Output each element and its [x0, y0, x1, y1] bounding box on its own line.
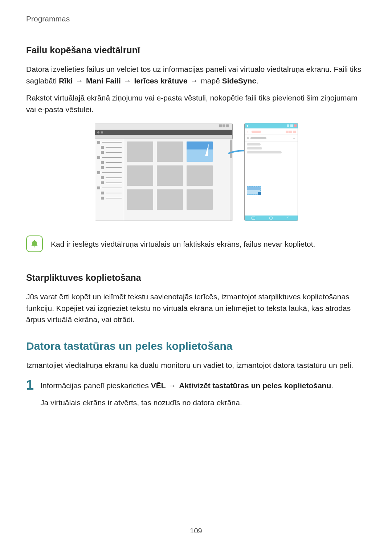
- thumbnail: [157, 189, 183, 210]
- attachment-thumbnail: [247, 186, 261, 195]
- paragraph: Rakstot virtuālajā ekrānā ziņojumu vai e…: [26, 92, 367, 115]
- text: Informācijas panelī pieskarieties: [40, 381, 151, 390]
- window-titlebar: [95, 123, 232, 130]
- thumbnail: [187, 189, 213, 210]
- arrow-icon: →: [75, 77, 84, 85]
- thumbnail: [157, 141, 183, 162]
- heading-keyboard-mouse-share: Datora tastatūras un peles koplietošana: [26, 340, 367, 352]
- step-item: 1 Informācijas panelī pieskarieties VĒL …: [26, 379, 367, 414]
- text: .: [331, 381, 333, 390]
- menu-label: VĒL: [151, 381, 166, 390]
- heading-clipboard-share: Starpliktuves koplietošana: [26, 272, 367, 283]
- scrollbar: [230, 139, 233, 221]
- window-ribbon: [95, 135, 232, 139]
- arrow-icon: →: [168, 381, 177, 390]
- text: mapē: [201, 77, 222, 85]
- phone-titlebar: [245, 123, 298, 128]
- note-text: Kad ir ieslēgts viedtālruņa virtuālais u…: [51, 235, 315, 250]
- thumbnail: [157, 165, 183, 186]
- phone-navbar: [245, 216, 298, 221]
- phone-appbar: ←: [245, 128, 298, 135]
- phone-window: ← ⌄: [244, 123, 298, 221]
- thumbnail: [127, 165, 153, 186]
- thumbnail: [187, 165, 213, 186]
- bell-icon: [26, 235, 43, 252]
- page-number: 109: [0, 527, 392, 535]
- note-callout: Kad ir ieslēgts viedtālruņa virtuālais u…: [26, 235, 367, 252]
- step-number: 1: [26, 378, 34, 392]
- chevron-down-icon: ⌄: [293, 136, 295, 140]
- phone-field: ⌄: [245, 135, 298, 141]
- back-icon: ←: [246, 130, 250, 134]
- thumbnail: [127, 189, 153, 210]
- paragraph: Datorā izvēlieties failus un velciet tos…: [26, 63, 367, 86]
- arrow-icon: →: [189, 77, 199, 85]
- desktop-window: [95, 123, 233, 221]
- breadcrumb: Programmas: [26, 15, 367, 23]
- thumbnail-grid: [124, 139, 232, 221]
- thumbnail: [127, 141, 153, 162]
- path-segment: Ierīces krātuve: [134, 77, 187, 85]
- paragraph: Izmantojiet viedtālruņa ekrānu kā duālu …: [26, 360, 367, 371]
- step-text: Ja virtuālais ekrāns ir atvērts, tas noz…: [40, 397, 367, 409]
- illustration-file-copy: ← ⌄: [95, 123, 298, 225]
- path-segment: SideSync: [222, 77, 257, 85]
- path-segment: Mani Faili: [86, 77, 121, 85]
- arrow-icon: →: [123, 77, 132, 85]
- paragraph: Jūs varat ērti kopēt un ielīmēt tekstu s…: [26, 291, 367, 325]
- heading-file-copy: Failu kopēšana viedtālrunī: [26, 45, 367, 56]
- step-text: Informācijas panelī pieskarieties VĒL → …: [40, 379, 367, 391]
- path-segment: Rīki: [59, 77, 73, 85]
- window-sidebar: [95, 139, 124, 221]
- text: .: [256, 77, 258, 85]
- menu-label: Aktivizēt tastatūras un peles koplietoša…: [179, 381, 331, 390]
- window-toolbar: [95, 130, 232, 135]
- phone-content: [245, 141, 298, 157]
- thumbnail-photo: [187, 141, 213, 162]
